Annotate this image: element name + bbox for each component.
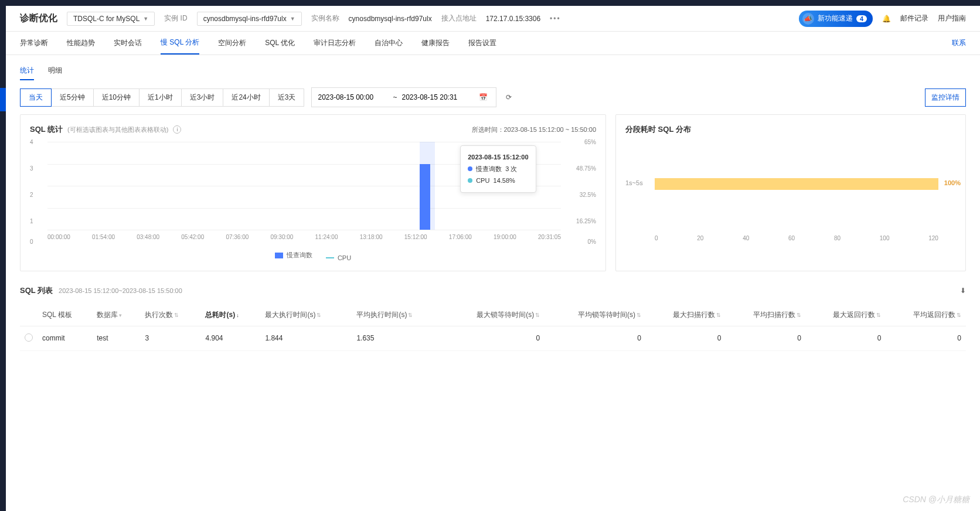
endpoint-label: 接入点地址 <box>441 13 477 23</box>
cell-avg-scan: 0 <box>726 326 806 350</box>
tab-slow-sql[interactable]: 慢 SQL 分析 <box>161 32 199 54</box>
range-10m[interactable]: 近10分钟 <box>93 88 139 107</box>
y-left-tick: 1 <box>30 218 33 224</box>
range-3d[interactable]: 近3天 <box>269 88 305 107</box>
instance-name-value: cynosdbmysql-ins-rfd97ulx <box>349 15 432 23</box>
caret-down-icon: ▼ <box>290 16 295 22</box>
chart-tooltip: 2023-08-15 15:12:00 慢查询数 3 次 CPU 14.58% <box>460 145 536 193</box>
info-icon[interactable]: i <box>173 125 181 134</box>
tab-live-session[interactable]: 实时会话 <box>114 32 142 54</box>
sql-stats-hint: (可框选该图表与其他图表表格联动) <box>67 125 168 134</box>
time-range-group: 当天 近5分钟 近10分钟 近1小时 近3小时 近24小时 近3天 <box>20 88 304 107</box>
tab-space[interactable]: 空间分析 <box>218 32 246 54</box>
date-range-picker[interactable]: ~ 📅 <box>311 87 496 107</box>
y-left-tick: 3 <box>30 165 33 172</box>
col-max-scan[interactable]: 最大扫描行数⇅ <box>646 304 726 326</box>
db-type-dropdown[interactable]: TDSQL-C for MySQL ▼ <box>67 12 155 26</box>
tab-perf-trend[interactable]: 性能趋势 <box>67 32 95 54</box>
refresh-icon[interactable]: ⟳ <box>503 91 514 104</box>
sub-tabs: 统计 明细 <box>6 55 980 80</box>
x-axis: 00:00:00 01:54:00 03:48:00 05:42:00 07:3… <box>47 234 561 240</box>
left-rail-accent <box>0 88 6 111</box>
download-icon[interactable]: ⬇ <box>960 287 966 295</box>
caret-down-icon: ▼ <box>143 16 148 22</box>
user-guide-link[interactable]: 用户指南 <box>938 13 966 23</box>
tooltip-time: 2023-08-15 15:12:00 <box>468 152 528 163</box>
col-max-return[interactable]: 最大返回行数⇅ <box>806 304 886 326</box>
tab-health[interactable]: 健康报告 <box>421 32 450 54</box>
new-feature-count: 4 <box>856 15 867 22</box>
range-5m[interactable]: 近5分钟 <box>51 88 94 107</box>
cell-max-scan: 0 <box>646 326 726 350</box>
dist-bucket-value: 100% <box>944 179 961 186</box>
y-right-tick: 0% <box>588 239 596 245</box>
tab-report-settings[interactable]: 报告设置 <box>468 32 496 54</box>
date-sep: ~ <box>393 93 397 101</box>
tab-autonomy[interactable]: 自治中心 <box>375 32 403 54</box>
y-right-tick: 65% <box>584 139 596 145</box>
selection-highlight <box>420 142 435 230</box>
dist-panel: 分段耗时 SQL 分布 1s~5s 100% 0 20 40 60 80 100… <box>615 114 966 271</box>
range-3h[interactable]: 近3小时 <box>181 88 224 107</box>
range-24h[interactable]: 近24小时 <box>223 88 269 107</box>
bell-icon[interactable]: 🔔 <box>882 15 891 23</box>
instance-id-label: 实例 ID <box>164 13 187 23</box>
megaphone-icon: 📣 <box>802 13 814 25</box>
tab-audit-log[interactable]: 审计日志分析 <box>314 32 356 54</box>
toolbar: 当天 近5分钟 近10分钟 近1小时 近3小时 近24小时 近3天 ~ 📅 ⟳ … <box>6 80 980 114</box>
left-rail <box>0 6 6 365</box>
dist-chart[interactable]: 1s~5s 100% 0 20 40 60 80 100 120 <box>625 142 956 241</box>
tab-sql-opt[interactable]: SQL 优化 <box>265 32 295 54</box>
new-feature-label: 新功能速递 <box>818 13 853 23</box>
cell-max-return: 0 <box>806 326 886 350</box>
instance-id-dropdown[interactable]: cynosdbmysql-ins-rfd97ulx ▼ <box>197 12 302 26</box>
mail-link[interactable]: 邮件记录 <box>900 13 928 23</box>
sub-tab-stats[interactable]: 统计 <box>20 62 34 80</box>
selected-time-label: 所选时间：2023-08-15 15:12:00 ~ 15:50:00 <box>472 125 597 134</box>
row-radio[interactable] <box>25 333 33 342</box>
page-title: 诊断优化 <box>20 12 57 25</box>
col-avg-scan[interactable]: 平均扫描行数⇅ <box>726 304 806 326</box>
date-to-input[interactable] <box>401 93 472 101</box>
range-today[interactable]: 当天 <box>20 88 52 107</box>
db-type-value: TDSQL-C for MySQL <box>73 15 139 23</box>
new-feature-button[interactable]: 📣 新功能速递 4 <box>799 11 873 27</box>
col-avg-return[interactable]: 平均返回行数⇅ <box>886 304 966 326</box>
endpoint-value: 172.17.0.15:3306 <box>486 15 540 23</box>
range-1h[interactable]: 近1小时 <box>139 88 182 107</box>
dist-bar[interactable] <box>655 178 938 190</box>
header-bar: 诊断优化 TDSQL-C for MySQL ▼ 实例 ID cynosdbmy… <box>6 6 980 32</box>
y-left-tick: 0 <box>30 239 33 245</box>
date-from-input[interactable] <box>318 93 388 101</box>
sql-stats-chart[interactable]: 4 3 2 1 0 65% 48.75% 32.5% 16.25% 0% <box>30 142 596 247</box>
y-left-tick: 4 <box>30 139 33 145</box>
top-dark-bar <box>0 0 980 6</box>
sub-tab-detail[interactable]: 明细 <box>48 62 62 80</box>
calendar-icon[interactable]: 📅 <box>477 91 490 104</box>
sql-stats-title: SQL 统计 <box>30 124 63 135</box>
sql-stats-panel: SQL 统计 (可框选该图表与其他图表表格联动) i 所选时间：2023-08-… <box>20 114 606 271</box>
dist-title: 分段耗时 SQL 分布 <box>625 124 691 135</box>
instance-id-value: cynosdbmysql-ins-rfd97ulx <box>203 15 287 23</box>
y-right-tick: 16.25% <box>576 218 596 224</box>
dist-bucket-label: 1s~5s <box>625 179 643 186</box>
col-select <box>20 304 38 326</box>
main-nav-tabs: 异常诊断 性能趋势 实时会话 慢 SQL 分析 空间分析 SQL 优化 审计日志… <box>6 32 980 55</box>
tab-exception[interactable]: 异常诊断 <box>20 32 48 54</box>
dist-x-axis: 0 20 40 60 80 100 120 <box>655 235 938 241</box>
contact-link[interactable]: 联系 <box>952 38 966 48</box>
more-actions-icon[interactable]: ••• <box>550 15 561 23</box>
cell-avg-return: 0 <box>886 326 966 350</box>
instance-name-label: 实例名称 <box>311 13 339 23</box>
monitor-detail-button[interactable]: 监控详情 <box>925 88 966 107</box>
y-right-tick: 48.75% <box>576 165 596 172</box>
y-left-tick: 2 <box>30 192 33 198</box>
y-right-tick: 32.5% <box>580 192 596 198</box>
